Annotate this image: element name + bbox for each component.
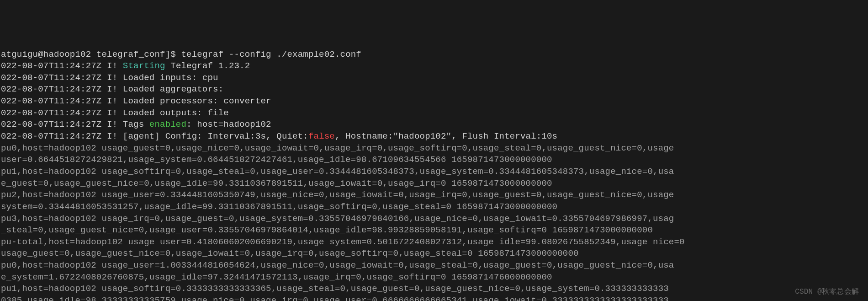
log-line: 022-08-07T11:24:27Z I! Loaded outputs: f… xyxy=(1,108,867,119)
log-line: pu2,host=hadoop102 usage_user=0.33444816… xyxy=(1,189,867,201)
terminal-output: atguigu@hadoop102 telegraf_conf]$ telegr… xyxy=(1,49,867,301)
log-line: 022-08-07T11:24:27Z I! Tags enabled: hos… xyxy=(1,119,867,131)
log-line: system=0.33444816053531257,usage_idle=99… xyxy=(1,201,867,213)
starting-keyword: Starting xyxy=(123,61,165,71)
log-line: e_guest=0,usage_guest_nice=0,usage_idle=… xyxy=(1,178,867,190)
log-line: pu0,host=hadoop102 usage_guest=0,usage_n… xyxy=(1,143,867,155)
log-line: 022-08-07T11:24:27Z I! [agent] Config: I… xyxy=(1,131,867,143)
log-line: 0385,usage_idle=98.33333333335759,usage_… xyxy=(1,295,867,301)
log-line: 022-08-07T11:24:27Z I! Loaded aggregator… xyxy=(1,84,867,96)
log-line: _steal=0,usage_guest_nice=0,usage_user=0… xyxy=(1,225,867,236)
log-line: 022-08-07T11:24:27Z I! Loaded processors… xyxy=(1,96,867,108)
enabled-keyword: enabled xyxy=(149,119,186,129)
log-line: pu1,host=hadoop102 usage_softirq=0.33333… xyxy=(1,283,867,295)
prompt-line[interactable]: atguigu@hadoop102 telegraf_conf]$ telegr… xyxy=(1,49,867,61)
prompt-user: atguigu@hadoop102 telegraf_conf]$ xyxy=(1,49,181,59)
log-line: pu1,host=hadoop102 usage_softirq=0,usage… xyxy=(1,166,867,178)
false-keyword: false xyxy=(308,131,335,141)
log-line: e_system=1.6722408026760875,usage_idle=9… xyxy=(1,272,867,284)
log-line: usage_guest=0,usage_guest_nice=0,usage_i… xyxy=(1,248,867,260)
log-line: pu-total,host=hadoop102 usage_user=0.418… xyxy=(1,236,867,248)
log-line: user=0.6644518272429821,usage_system=0.6… xyxy=(1,154,867,166)
log-line: 022-08-07T11:24:27Z I! Starting Telegraf… xyxy=(1,60,867,72)
watermark: CSDN @秋零总会解 xyxy=(795,287,859,297)
log-line: pu3,host=hadoop102 usage_irq=0,usage_gue… xyxy=(1,213,867,225)
command-text: telegraf --config ./example02.conf xyxy=(181,49,361,59)
log-line: 022-08-07T11:24:27Z I! Loaded inputs: cp… xyxy=(1,72,867,84)
log-line: pu0,host=hadoop102 usage_user=1.00334448… xyxy=(1,260,867,272)
